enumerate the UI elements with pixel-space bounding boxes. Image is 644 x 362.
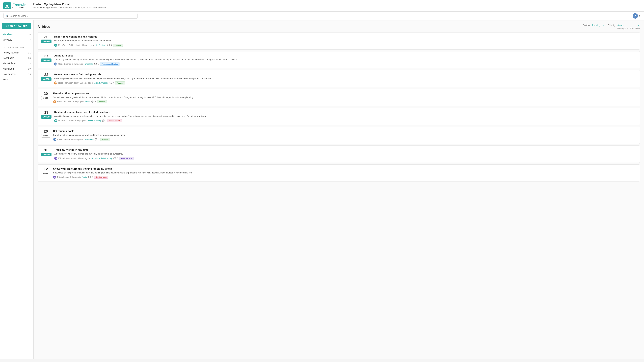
idea-title[interactable]: Show what I'm currently training for on … [53, 167, 636, 170]
author-avatar: MB [54, 44, 57, 47]
category-list: Activity tracking21Dashboard25Marketplac… [0, 50, 33, 82]
search-icon: 🔍 [6, 14, 8, 17]
sort-control: Sort by: Trending Newest Most votes [583, 24, 605, 27]
sidebar-item-dashboard[interactable]: Dashboard25 [0, 55, 33, 61]
idea-title[interactable]: Rest notifications based on elevated hea… [54, 111, 636, 113]
sidebar-item-marketplace[interactable]: Marketplace23 [0, 61, 33, 66]
main-header: All ideas Sort by: Trending Newest Most … [38, 24, 640, 30]
idea-title[interactable]: Track my friends in real-time [54, 148, 636, 151]
comment-count: 4 [113, 82, 114, 84]
idea-body: Set training goals I want to set trainin… [53, 130, 636, 141]
vote-box: 27 VOTED [41, 54, 52, 62]
idea-time: 1 day ago in [72, 63, 83, 65]
category-label: Marketplace [3, 62, 16, 65]
sidebar-item-notifications[interactable]: Notifications19 [0, 71, 33, 77]
vote-button[interactable]: VOTE [41, 96, 50, 100]
idea-meta: CG Claire George 3 days ago in Dashboard… [53, 138, 636, 141]
idea-card: 13 VOTED Track my friends in real-time A… [38, 145, 640, 163]
vote-button[interactable]: VOTED [41, 39, 52, 43]
category-label: Social [3, 78, 9, 81]
showing-count: Showing 118 of 202 ideas [617, 27, 640, 30]
vote-box: 19 VOTED [41, 111, 52, 119]
author-avatar: EJ [54, 157, 57, 160]
idea-card: 26 VOTE Set training goals I want to set… [38, 127, 640, 144]
search-input[interactable] [10, 14, 135, 17]
filter-label: Filter by: [608, 24, 616, 26]
page-title: All ideas [38, 25, 50, 28]
vote-button[interactable]: VOTE [41, 134, 50, 138]
comment-count: 5 [98, 138, 99, 141]
idea-description: I ride long distances and want to maximi… [54, 77, 636, 80]
idea-time: 1 day ago in [70, 176, 81, 178]
logo-text: Fredwin CYCLING [12, 3, 26, 8]
vote-button[interactable]: VOTED [41, 58, 52, 62]
comment-icon: 💬 [92, 100, 94, 103]
vote-count: 26 [44, 130, 48, 133]
idea-description: Sometimes I see a great trail that someo… [53, 96, 636, 99]
category-label: Notifications [3, 73, 16, 75]
category-label: Dashboard [3, 57, 14, 59]
idea-title[interactable]: Favorite other people's routes [53, 92, 636, 95]
portal-subtitle: We love hearing from our customers. Plea… [33, 6, 641, 9]
idea-title[interactable]: Remind me when to fuel during my ride [54, 73, 636, 76]
logo-icon [3, 2, 11, 9]
vote-button[interactable]: VOTED [41, 77, 52, 81]
search-bar[interactable]: 🔍 [3, 13, 138, 18]
idea-title[interactable]: Report road conditions and hazards [54, 35, 636, 38]
search-row: 🔍 A ▼ [0, 11, 644, 20]
idea-category[interactable]: Social [85, 100, 90, 103]
vote-count: 20 [44, 92, 48, 95]
idea-body: Audio turn cues The ability to have turn… [54, 54, 636, 66]
idea-time: 1 day ago in [75, 119, 86, 122]
idea-category[interactable]: Navigation [84, 63, 94, 65]
idea-category[interactable]: Notifications [96, 44, 106, 46]
filter-select[interactable]: Status Planned Needs review Future consi… [617, 24, 640, 27]
status-badge: Planned [113, 44, 123, 47]
comment-count: 4 [111, 44, 112, 46]
author-avatar: CG [53, 138, 56, 141]
vote-count: 22 [44, 73, 48, 77]
portal-title-area: Fredwin Cycling Ideas Portal We love hea… [33, 3, 641, 9]
add-idea-button[interactable]: + ADD A NEW IDEA [2, 23, 31, 29]
author-name: Claire George [57, 138, 70, 141]
idea-category[interactable]: Dashboard [84, 138, 94, 141]
sidebar-item-social[interactable]: Social31 [0, 77, 33, 82]
idea-title[interactable]: Set training goals [53, 130, 636, 132]
author-name: Claire George [58, 63, 71, 65]
comment-count: 3 [106, 119, 107, 122]
vote-button[interactable]: VOTE [41, 172, 50, 175]
author-name: MaryGrace Baldo [58, 119, 74, 122]
idea-meta: MB MaryGrace Baldo 1 day ago in Activity… [54, 119, 636, 122]
author-avatar: MB [54, 119, 57, 122]
user-dropdown-icon[interactable]: ▼ [639, 15, 641, 17]
sidebar-item-navigation[interactable]: Navigation29 [0, 66, 33, 71]
idea-category[interactable]: Activity tracking [94, 82, 108, 84]
idea-body: Report road conditions and hazards User-… [54, 35, 636, 47]
idea-meta: EJ Erik Johnson 1 day ago in Social 💬 0 … [53, 176, 636, 179]
idea-meta: MB MaryGrace Baldo about 16 hours ago in… [54, 44, 636, 47]
idea-time: 1 day ago in [73, 100, 84, 103]
vote-button[interactable]: VOTED [41, 153, 52, 156]
comment-count: 5 [95, 100, 96, 103]
comment-count: 5 [98, 63, 99, 65]
category-label: Activity tracking [3, 51, 19, 54]
category-count: 21 [28, 51, 31, 54]
vote-count: 19 [44, 111, 48, 114]
filter-label: FILTER BY CATEGORY [0, 45, 33, 50]
comment-icon: 💬 [88, 176, 91, 178]
vote-button[interactable]: VOTED [41, 115, 52, 119]
sidebar-item-activity-tracking[interactable]: Activity tracking21 [0, 50, 33, 55]
idea-category[interactable]: Social [82, 176, 88, 178]
idea-title[interactable]: Audio turn cues [54, 54, 636, 57]
brand-name-top: Fredwin [12, 3, 26, 7]
comment-icon: 💬 [94, 63, 97, 65]
sidebar: + ADD A NEW IDEA My ideas 34 My votes 7 … [0, 20, 34, 359]
idea-category[interactable]: Social / Activity tracking [92, 157, 112, 160]
user-avatar[interactable]: A [632, 13, 638, 18]
sidebar-item-my-ideas[interactable]: My ideas 34 [0, 32, 33, 37]
main-layout: + ADD A NEW IDEA My ideas 34 My votes 7 … [0, 20, 644, 359]
sort-select[interactable]: Trending Newest Most votes [591, 24, 605, 27]
comment-icon: 💬 [94, 138, 97, 141]
idea-category[interactable]: Activity tracking [87, 119, 101, 122]
sidebar-item-my-votes[interactable]: My votes 7 [0, 37, 33, 42]
